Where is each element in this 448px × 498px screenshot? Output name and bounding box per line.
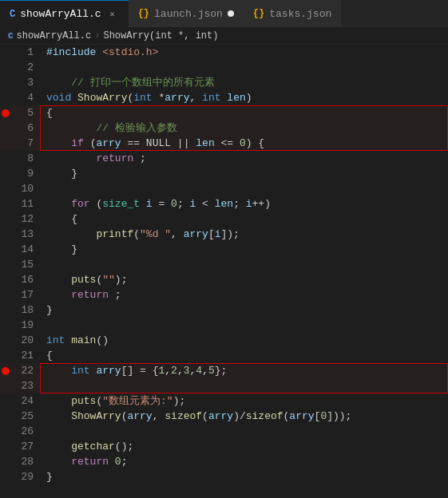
breakpoint-gutter[interactable]: [0, 302, 11, 318]
breakpoint-gutter[interactable]: [0, 439, 11, 454]
token-num: 1: [158, 363, 165, 378]
breadcrumb-c-icon: C: [8, 31, 14, 41]
line-row: 25 ShowArry(arry, sizeof(arry)/sizeof(ar…: [0, 409, 448, 424]
breakpoint-gutter[interactable]: [0, 287, 11, 302]
breakpoint-gutter[interactable]: [0, 196, 11, 211]
breadcrumb-file[interactable]: showArryAll.c: [17, 30, 92, 42]
code-line: return ;: [40, 151, 448, 166]
breakpoint-gutter[interactable]: [0, 151, 11, 166]
breakpoint-gutter[interactable]: [0, 105, 11, 121]
tab-label: showArryAll.c: [20, 8, 101, 20]
tab-showArryAll[interactable]: C showArryAll.c ✕: [0, 0, 129, 27]
token-plain: ,: [171, 227, 184, 242]
tab-launch-json[interactable]: {} launch.json: [129, 0, 244, 27]
line-row: 27 getchar();: [0, 439, 448, 454]
line-number: 3: [11, 75, 40, 90]
token-plain: }: [46, 166, 77, 181]
token-type: size_t: [102, 196, 140, 211]
breakpoint-gutter[interactable]: [0, 242, 11, 257]
token-plain: (: [127, 90, 133, 105]
tab-label-launch: launch.json: [154, 8, 223, 20]
line-number: 10: [11, 181, 40, 196]
breakpoint-gutter[interactable]: [0, 257, 11, 272]
token-plain: ,: [190, 363, 196, 378]
breakpoint-gutter[interactable]: [0, 363, 11, 378]
line-row: 7 if (arry == NULL || len <= 0) {: [0, 136, 448, 151]
token-fn: sizeof: [165, 409, 202, 424]
token-num: 3: [184, 363, 190, 378]
breakpoint-gutter[interactable]: [0, 45, 11, 60]
breakpoint-gutter[interactable]: [0, 348, 11, 363]
breakpoint-gutter[interactable]: [0, 272, 11, 287]
token-plain: ;: [109, 287, 121, 302]
token-plain: (: [96, 272, 102, 287]
line-row: 22 int arry[] = {1,2,3,4,5};: [0, 363, 448, 378]
token-plain: == NULL ||: [121, 136, 196, 151]
breakpoint-gutter[interactable]: [0, 454, 11, 469]
token-plain: ;: [177, 196, 190, 211]
breakpoint-gutter[interactable]: [0, 378, 11, 393]
breakpoint-gutter[interactable]: [0, 409, 11, 424]
line-number: 1: [11, 45, 40, 60]
breakpoint-dot: [2, 109, 10, 117]
token-param: i: [146, 196, 153, 211]
line-row: 9 }: [0, 166, 448, 181]
breakpoint-dot: [2, 367, 10, 375]
line-row: 10: [0, 181, 448, 196]
breakpoint-gutter[interactable]: [0, 181, 11, 196]
token-str: "%d ": [140, 227, 171, 242]
token-kw2: return: [71, 454, 109, 469]
token-param: arry: [208, 409, 233, 424]
breakpoint-gutter[interactable]: [0, 211, 11, 227]
breakpoint-gutter[interactable]: [0, 121, 11, 136]
token-plain: *: [153, 90, 165, 105]
token-plain: [46, 409, 71, 424]
token-plain: ++): [252, 196, 271, 211]
token-plain: ): [246, 90, 252, 105]
token-plain: ,: [202, 363, 208, 378]
token-plain: [46, 287, 71, 302]
line-row: 26: [0, 424, 448, 439]
breakpoint-gutter[interactable]: [0, 166, 11, 181]
token-inc: <stdio.h>: [102, 45, 158, 60]
token-plain: [221, 90, 228, 105]
token-plain: ();: [115, 439, 133, 454]
breakpoint-gutter[interactable]: [0, 393, 11, 409]
code-line: ShowArry(arry, sizeof(arry)/sizeof(arry[…: [40, 409, 448, 424]
line-number: 5: [11, 105, 40, 121]
code-line: [40, 60, 448, 75]
token-plain: ]));: [327, 409, 351, 424]
line-number: 22: [11, 363, 40, 378]
breakpoint-gutter[interactable]: [0, 227, 11, 242]
breadcrumb-symbol[interactable]: ShowArry(int *, int): [103, 30, 218, 42]
line-number: 2: [11, 60, 40, 75]
token-plain: (: [133, 227, 140, 242]
breakpoint-gutter[interactable]: [0, 90, 11, 105]
breadcrumb: C showArryAll.c › ShowArry(int *, int): [0, 28, 448, 45]
line-row: 11 for (size_t i = 0; i < len; i++): [0, 196, 448, 211]
token-plain: [140, 196, 146, 211]
token-num: 0: [240, 136, 246, 151]
token-fn: puts: [71, 393, 96, 409]
c-icon: C: [10, 9, 15, 20]
token-comment: // 检验输入参数: [46, 121, 177, 136]
token-param: len: [215, 196, 233, 211]
breakpoint-gutter[interactable]: [0, 60, 11, 75]
token-plain: (: [84, 136, 97, 151]
token-plain: [: [208, 227, 215, 242]
breakpoint-gutter[interactable]: [0, 333, 11, 348]
breakpoint-gutter[interactable]: [0, 136, 11, 151]
breakpoint-gutter[interactable]: [0, 75, 11, 90]
code-line: // 检验输入参数: [40, 121, 448, 136]
token-fn: sizeof: [246, 409, 283, 424]
tab-tasks-json[interactable]: {} tasks.json: [244, 0, 341, 27]
tab-close-showArryAll[interactable]: ✕: [106, 8, 119, 21]
breakpoint-gutter[interactable]: [0, 469, 11, 484]
line-row: 3 // 打印一个数组中的所有元素: [0, 75, 448, 90]
line-row: 1#include <stdio.h>: [0, 45, 448, 60]
breakpoint-gutter[interactable]: [0, 424, 11, 439]
token-plain: ,: [153, 409, 165, 424]
tab-bar: C showArryAll.c ✕ {} launch.json {} task…: [0, 0, 448, 28]
breakpoint-gutter[interactable]: [0, 318, 11, 333]
line-row: 19: [0, 318, 448, 333]
